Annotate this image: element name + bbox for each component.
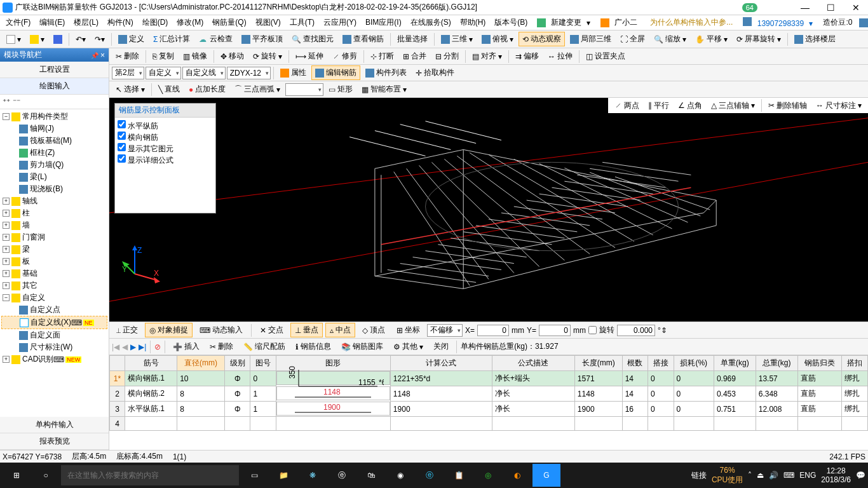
two-point-button[interactable]: ⟋ 两点 — [611, 98, 643, 113]
scalerebar-button[interactable]: 📏 缩尺配筋 — [240, 339, 289, 354]
viewrebar-button[interactable]: 查看钢筋 — [339, 32, 388, 46]
stretch-button[interactable]: ↔ 拉伸 — [544, 49, 576, 64]
undo-button[interactable]: ↶▾ — [72, 33, 90, 46]
tree-custom-face[interactable]: 自定义面 — [1, 329, 107, 341]
tree-cat-column[interactable]: +柱 — [1, 207, 107, 219]
helper-button[interactable]: 广小二 — [597, 14, 644, 31]
menu-bim[interactable]: BIM应用(I) — [362, 16, 405, 29]
edit-rebar-button[interactable]: 编辑钢筋 — [311, 65, 360, 80]
col-row[interactable] — [110, 356, 125, 371]
local3d-button[interactable]: 局部三维 — [566, 32, 615, 46]
tree-custom-line[interactable]: 自定义线(X)⌨NE — [1, 316, 107, 329]
col-fig[interactable]: 图号 — [250, 356, 276, 371]
arc-select[interactable] — [285, 83, 323, 96]
flatroof-button[interactable]: 平齐板顶 — [238, 32, 287, 46]
component-select[interactable]: ZDYX-12 — [227, 67, 271, 79]
table-row[interactable]: 2横向钢筋.28Φ111481148净长114814000.4536.348直筋… — [110, 386, 868, 402]
clock[interactable]: 12:282018/3/6 — [821, 466, 851, 484]
menu-component[interactable]: 构件(N) — [104, 16, 137, 29]
app2-icon[interactable]: 📋 — [445, 464, 473, 487]
rect-button[interactable]: ▭ 矩形 — [325, 82, 356, 97]
menu-version[interactable]: 版本号(B) — [491, 16, 531, 29]
explorer-icon[interactable]: 📁 — [269, 464, 297, 487]
close-button[interactable]: ✕ — [846, 1, 865, 14]
menu-view[interactable]: 视图(V) — [252, 16, 284, 29]
expand-all-icon[interactable]: ⁺⁺ — [3, 97, 10, 106]
extend-button[interactable]: ⟼ 延伸 — [292, 49, 327, 64]
cpu-meter[interactable]: 76%CPU使用 — [712, 466, 743, 485]
addlen-button[interactable]: ●点加长度 — [185, 82, 229, 97]
tree-slab[interactable]: 现浇板(B) — [1, 183, 107, 195]
d3-button[interactable]: 三维▾ — [437, 32, 477, 46]
chrome-icon[interactable]: ◉ — [386, 464, 414, 487]
tray-up-icon[interactable]: ˄ — [748, 471, 752, 480]
rebarlib-button[interactable]: 📚 钢筋图库 — [337, 339, 387, 354]
bell-icon[interactable] — [859, 18, 868, 27]
floor-select[interactable]: 第2层 — [112, 67, 144, 79]
trim-button[interactable]: ⟋ 修剪 — [329, 49, 361, 64]
col-lap[interactable]: 搭接 — [648, 356, 674, 371]
table-row[interactable]: 1*横向钢筋.110Φ03501155*61221+35*d净长+端头15711… — [110, 371, 868, 386]
save-button[interactable] — [50, 33, 66, 46]
nav-next[interactable]: ▶ — [130, 342, 136, 351]
merge-button[interactable]: ⊞ 合并 — [399, 49, 430, 64]
rebarinfo-button[interactable]: ℹ 钢筋信息 — [292, 339, 335, 354]
360-icon[interactable]: ◎ — [474, 464, 502, 487]
batchsel-button[interactable]: 批量选择 — [393, 32, 431, 46]
tree-cat-foundation[interactable]: +基础 — [1, 268, 107, 280]
define-button[interactable]: 定义 — [114, 32, 148, 46]
side-draw-input[interactable]: 绘图输入 — [0, 78, 109, 95]
parallel-button[interactable]: ∥ 平行 — [644, 98, 673, 113]
side-report-preview[interactable]: 报表预览 — [0, 433, 109, 450]
tree-custom-point[interactable]: 自定义点 — [1, 304, 107, 316]
selfloor-button[interactable]: 选择楼层 — [790, 32, 839, 46]
opt-horizontal[interactable]: 水平纵筋 — [118, 120, 213, 132]
edge-icon[interactable]: ⓔ — [328, 464, 356, 487]
arc3-button[interactable]: ⌒ 三点画弧▾ — [231, 82, 284, 97]
menu-draw[interactable]: 绘图(D) — [139, 16, 172, 29]
tree-dim[interactable]: 尺寸标注(W) — [1, 341, 107, 353]
rebar-display-panel[interactable]: 钢筋显示控制面板 水平纵筋 横向钢筋 显示其它图元 显示详细公式 — [114, 103, 216, 214]
mid-button[interactable]: ▵ 中点 — [325, 323, 355, 337]
table-row[interactable]: 3水平纵筋.18Φ119001900净长190016000.75112.008直… — [110, 402, 868, 417]
rotate-button[interactable]: ⟳ 旋转▾ — [249, 49, 286, 64]
usb-icon[interactable]: ⏏ — [757, 471, 764, 480]
opt-transverse[interactable]: 横向钢筋 — [118, 132, 213, 143]
findelem-button[interactable]: 🔍查找图元 — [288, 32, 337, 46]
select-button[interactable]: ↖ 选择▾ — [112, 82, 149, 97]
tree-cat-opening[interactable]: +门窗洞 — [1, 231, 107, 243]
dynin-button[interactable]: ⌨ 动态输入 — [195, 323, 247, 337]
store-icon[interactable]: 🛍 — [357, 464, 385, 487]
redo-button[interactable]: ↷▾ — [91, 33, 109, 46]
ime-icon[interactable]: ⌨ — [783, 471, 794, 480]
intersect-button[interactable]: ✕ 交点 — [255, 323, 288, 337]
tree-common[interactable]: −常用构件类型 — [1, 111, 107, 123]
menu-cloud[interactable]: 云应用(Y) — [320, 16, 360, 29]
copy-button[interactable]: ⎘ 复制 — [149, 49, 178, 64]
screenrot-button[interactable]: ⟳屏幕旋转▾ — [733, 32, 785, 46]
attributes-button[interactable]: 属性 — [276, 65, 310, 80]
tree-cat-slab[interactable]: +板 — [1, 255, 107, 268]
menu-modify[interactable]: 修改(M) — [173, 16, 207, 29]
pin-icon[interactable]: 📌 — [91, 52, 98, 59]
cortana-icon[interactable]: ○ — [32, 464, 60, 487]
tri-aux-button[interactable]: △ 三点辅轴▾ — [707, 98, 759, 113]
align-button[interactable]: ▤ 对齐▾ — [468, 49, 506, 64]
app3-icon[interactable]: ◐ — [503, 464, 531, 487]
smartlayout-button[interactable]: ▦ 智能布置▾ — [358, 82, 410, 97]
category-select[interactable]: 自定义 — [146, 67, 181, 79]
tree-shearwall[interactable]: 剪力墙(Q) — [1, 159, 107, 171]
maximize-button[interactable]: ☐ — [821, 1, 840, 14]
sidebar-close-icon[interactable]: × — [100, 51, 105, 60]
system-tray[interactable]: 链接 76%CPU使用 ˄ ⏏ 🔊 ⌨ ENG 12:282018/3/6 💬 — [691, 466, 865, 485]
rotate-checkbox[interactable] — [588, 326, 597, 334]
subcat-select[interactable]: 自定义线 — [182, 67, 226, 79]
nav-first[interactable]: |◀ — [112, 342, 119, 351]
sumcalc-button[interactable]: Σ 汇总计算 — [149, 32, 194, 46]
offset-button[interactable]: ⇉ 偏移 — [512, 49, 543, 64]
delete-row-button[interactable]: ✂ 删除 — [206, 339, 237, 354]
zoom-button[interactable]: 🔍缩放▾ — [650, 32, 690, 46]
tree-axis[interactable]: 轴网(J) — [1, 123, 107, 135]
col-loss[interactable]: 损耗(%) — [674, 356, 714, 371]
col-type[interactable]: 钢筋归类 — [797, 356, 842, 371]
